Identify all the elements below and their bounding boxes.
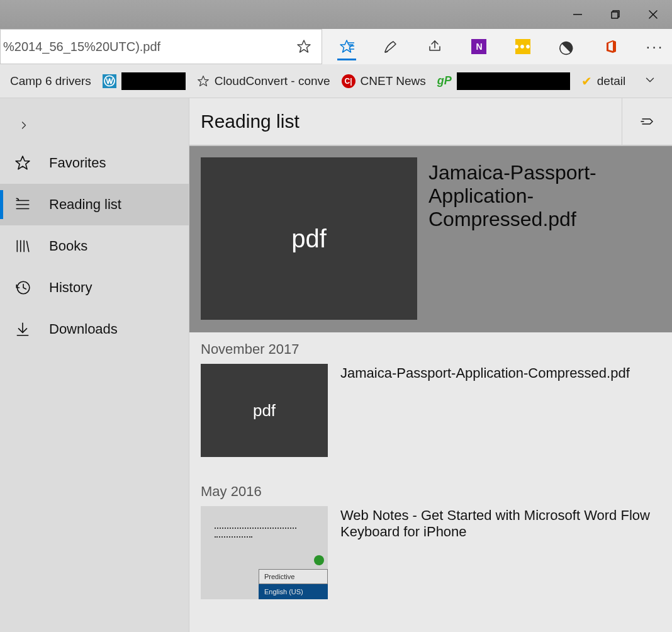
bookmark-cloudconvert[interactable]: CloudConvert - conve bbox=[193, 72, 334, 91]
hub-panel: Favorites Reading list Books History bbox=[0, 98, 672, 632]
toolbar-row: %2014_56_15%20UTC).pdf N ••• ◓ bbox=[0, 29, 672, 64]
web-note-button[interactable] bbox=[378, 29, 404, 64]
hub-button[interactable] bbox=[333, 29, 360, 64]
office-icon bbox=[603, 39, 619, 54]
hub-sidebar: Favorites Reading list Books History bbox=[0, 98, 189, 632]
bookmark-gp[interactable]: gP bbox=[434, 70, 574, 93]
hub-nav-history[interactable]: History bbox=[0, 267, 189, 308]
star-icon bbox=[197, 75, 210, 87]
bookmark-cnet[interactable]: C| CNET News bbox=[338, 72, 430, 91]
reading-list-featured-item[interactable]: pdf Jamaica-Passport-Application-Compres… bbox=[189, 146, 672, 332]
thumb-preview-text: Predictive bbox=[259, 569, 328, 584]
item-thumbnail: Predictive English (US) bbox=[201, 506, 328, 599]
group-date: May 2016 bbox=[189, 475, 672, 506]
reading-list-item[interactable]: Predictive English (US) Web Notes - Get … bbox=[189, 506, 672, 617]
bookmark-camp6[interactable]: Camp 6 drivers bbox=[6, 72, 95, 91]
item-thumbnail: pdf bbox=[201, 364, 328, 457]
office-extension-button[interactable] bbox=[598, 29, 624, 64]
bookmark-wordpress[interactable]: ⓦ bbox=[99, 70, 189, 93]
bookmark-label: Camp 6 drivers bbox=[10, 74, 91, 88]
svg-marker-11 bbox=[16, 156, 30, 169]
share-button[interactable] bbox=[422, 29, 448, 64]
svg-rect-2 bbox=[612, 12, 618, 18]
more-icon: ··· bbox=[646, 38, 664, 55]
nav-label: Downloads bbox=[49, 321, 118, 337]
window-close-button[interactable] bbox=[634, 0, 672, 29]
norton-icon: ✔ bbox=[581, 74, 592, 89]
history-icon bbox=[14, 279, 31, 296]
more-button[interactable]: ··· bbox=[642, 29, 668, 64]
pin-hub-button[interactable] bbox=[622, 98, 672, 145]
bookmark-redacted bbox=[457, 72, 570, 90]
bookmark-label: detail bbox=[597, 74, 625, 88]
wordpress-icon: ⓦ bbox=[103, 74, 116, 88]
bookmark-label: CloudConvert - conve bbox=[215, 74, 330, 88]
reading-list-item[interactable]: pdf Jamaica-Passport-Application-Compres… bbox=[189, 364, 672, 475]
onenote-icon: N bbox=[471, 39, 486, 54]
lastpass-icon: ••• bbox=[515, 39, 530, 54]
window-root: %2014_56_15%20UTC).pdf N ••• ◓ bbox=[0, 0, 672, 632]
reading-list-header: Reading list bbox=[189, 98, 672, 146]
lastpass-extension-button[interactable]: ••• bbox=[510, 29, 536, 64]
nav-label: History bbox=[49, 279, 92, 296]
collapse-hub-button[interactable] bbox=[0, 108, 189, 142]
toolbar-buttons: N ••• ◓ ··· bbox=[322, 29, 672, 64]
group-date: November 2017 bbox=[189, 332, 672, 364]
hub-nav-reading-list[interactable]: Reading list bbox=[0, 184, 189, 225]
reading-list-icon bbox=[14, 196, 31, 213]
books-icon bbox=[14, 238, 31, 254]
svg-marker-5 bbox=[298, 40, 310, 52]
featured-thumbnail: pdf bbox=[201, 157, 417, 320]
onenote-extension-button[interactable]: N bbox=[466, 29, 492, 64]
ublock-extension-button[interactable]: ◓ bbox=[554, 29, 580, 64]
address-bar-text: %2014_56_15%20UTC).pdf bbox=[1, 40, 291, 54]
reading-list-pane: Reading list pdf Jamaica-Passport-Applic… bbox=[189, 98, 672, 632]
featured-title: Jamaica-Passport-Application-Compressed.… bbox=[428, 157, 661, 321]
bookmark-redacted bbox=[121, 72, 186, 90]
address-bar[interactable]: %2014_56_15%20UTC).pdf bbox=[0, 29, 322, 64]
nav-label: Books bbox=[49, 238, 87, 254]
nav-label: Reading list bbox=[49, 196, 121, 213]
thumb-preview-text: English (US) bbox=[259, 584, 328, 599]
panel-title: Reading list bbox=[201, 111, 622, 132]
titlebar bbox=[0, 0, 672, 29]
item-title: Jamaica-Passport-Application-Compressed.… bbox=[340, 364, 661, 457]
item-title: Web Notes - Get Started with Microsoft W… bbox=[340, 506, 661, 599]
ublock-icon: ◓ bbox=[554, 34, 580, 59]
hub-nav-favorites[interactable]: Favorites bbox=[0, 142, 189, 184]
bookmarks-overflow-button[interactable] bbox=[643, 73, 666, 89]
window-restore-button[interactable] bbox=[596, 0, 634, 29]
bookmarks-bar: Camp 6 drivers ⓦ CloudConvert - conve C|… bbox=[0, 64, 672, 98]
nav-label: Favorites bbox=[49, 155, 106, 171]
cnet-icon: C| bbox=[342, 74, 356, 88]
window-minimize-button[interactable] bbox=[559, 0, 596, 29]
bookmark-detail[interactable]: ✔ detail bbox=[578, 71, 629, 91]
hub-nav-books[interactable]: Books bbox=[0, 225, 189, 267]
download-icon bbox=[14, 321, 31, 337]
svg-line-18 bbox=[27, 241, 29, 251]
hub-nav-downloads[interactable]: Downloads bbox=[0, 308, 189, 350]
star-icon bbox=[14, 155, 31, 171]
gp-icon: gP bbox=[437, 74, 452, 87]
bookmark-label: CNET News bbox=[361, 74, 426, 88]
svg-marker-10 bbox=[198, 76, 208, 86]
add-favorite-button[interactable] bbox=[291, 39, 316, 54]
